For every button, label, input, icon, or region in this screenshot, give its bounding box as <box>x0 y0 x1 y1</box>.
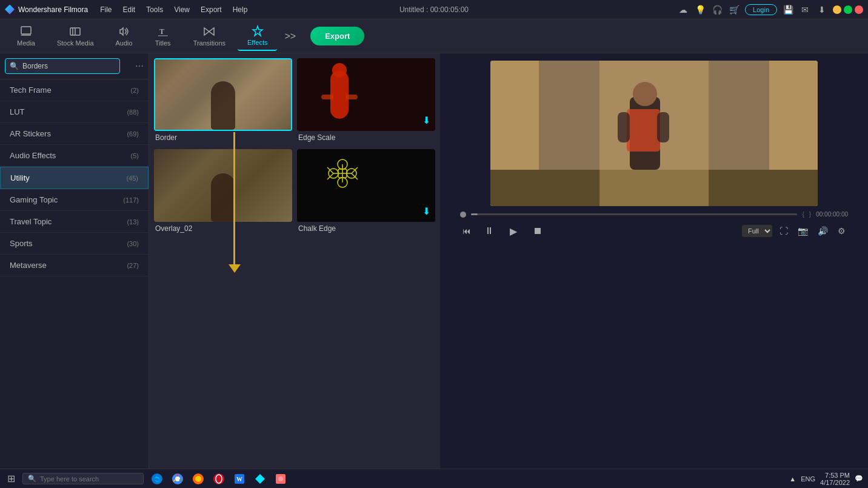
grid-view-icon[interactable]: ⋯ <box>135 61 144 71</box>
tool-media-label: Media <box>17 39 35 47</box>
taskbar-search-input[interactable] <box>40 475 137 483</box>
current-time: 00:00:00:00 <box>816 211 848 218</box>
chalk-edge-preview <box>297 149 435 222</box>
title-bar-right: ☁ 💡 🎧 🛒 Login 💾 ✉ ⬇ — □ × <box>677 4 863 16</box>
volume-button[interactable]: 🔊 <box>815 224 830 238</box>
firefox-icon <box>192 473 204 485</box>
preview-bg <box>490 61 818 206</box>
system-tray-chevron[interactable]: ▲ <box>789 475 796 483</box>
screenshot-button[interactable]: 📷 <box>795 224 810 238</box>
settings-button[interactable]: ⚙ <box>835 224 848 238</box>
category-gaming[interactable]: Gaming Topic (117) <box>0 189 149 211</box>
overlay-thumb-bg <box>154 149 292 222</box>
category-tech-frame[interactable]: Tech Frame (2) <box>0 79 149 101</box>
right-controls: Full 1/2 1/4 ⛶ 📷 🔊 ⚙ <box>742 224 848 238</box>
quality-select[interactable]: Full 1/2 1/4 <box>742 225 772 237</box>
svg-rect-34 <box>627 109 660 152</box>
overlay-person <box>211 173 235 222</box>
effects-content-panel: Border ⬇ Edge Scale <box>149 53 440 469</box>
app-name: Wondershare Filmora <box>18 5 88 14</box>
taskbar-app-filmora[interactable] <box>252 470 269 487</box>
window-title: Untitled : 00:00:05:00 <box>399 5 469 14</box>
taskbar-app-opera[interactable] <box>210 470 227 487</box>
media-icon <box>20 25 32 38</box>
export-button[interactable]: Export <box>310 27 364 45</box>
svg-point-37 <box>152 473 162 484</box>
login-button[interactable]: Login <box>745 4 777 15</box>
effect-edge-scale[interactable]: ⬇ Edge Scale <box>297 58 435 144</box>
taskbar-app-chrome[interactable] <box>169 470 186 487</box>
pause-button[interactable]: ⏸ <box>481 222 498 239</box>
taskbar-app-paint[interactable] <box>272 470 289 487</box>
bulb-icon[interactable]: 💡 <box>694 4 706 16</box>
category-lut[interactable]: LUT (88) <box>0 101 149 123</box>
tool-titles[interactable]: T Titles <box>145 22 181 50</box>
stop-button[interactable]: ⏹ <box>529 222 546 239</box>
svg-rect-36 <box>657 112 669 142</box>
tool-stock[interactable]: Stock Media <box>47 22 104 50</box>
save-icon[interactable]: 💾 <box>782 4 794 16</box>
category-ar-stickers[interactable]: AR Stickers (69) <box>0 123 149 145</box>
tool-titles-label: Titles <box>155 39 171 47</box>
search-icon: 🔍 <box>10 62 19 70</box>
cloud-icon[interactable]: ☁ <box>677 4 689 16</box>
category-audio-effects[interactable]: Audio Effects (5) <box>0 145 149 167</box>
drop-arrow-indicator <box>233 132 235 266</box>
shop-icon[interactable]: 🛒 <box>728 4 740 16</box>
effect-border-thumb <box>154 58 292 131</box>
tool-stock-label: Stock Media <box>57 39 94 47</box>
category-metaverse[interactable]: Metaverse (27) <box>0 255 149 276</box>
svg-rect-15 <box>297 149 435 222</box>
effect-chalk[interactable]: ⬇ Chalk Edge <box>297 149 435 235</box>
taskbar-apps: W <box>149 470 289 487</box>
minimize-button[interactable]: — <box>833 5 841 14</box>
download-icon[interactable]: ⬇ <box>816 4 828 16</box>
taskbar-time-display: 7:53 PM <box>820 472 850 479</box>
stock-icon <box>69 25 81 38</box>
word-icon: W <box>233 473 245 485</box>
progress-handle[interactable] <box>460 212 466 218</box>
effects-icon <box>252 25 264 37</box>
close-button[interactable]: × <box>855 5 863 14</box>
more-tools-button[interactable]: >> <box>279 28 301 44</box>
taskbar-app-edge[interactable] <box>149 470 165 487</box>
menu-help[interactable]: Help <box>228 3 253 16</box>
category-count: (2) <box>131 87 139 94</box>
windows-start-button[interactable]: ⊞ <box>5 470 18 487</box>
play-button[interactable]: ▶ <box>505 222 522 239</box>
menu-view[interactable]: View <box>169 3 195 16</box>
app-logo-icon <box>5 5 15 15</box>
taskbar-app-word[interactable]: W <box>231 470 248 487</box>
tool-transitions[interactable]: Transitions <box>184 22 235 50</box>
progress-track[interactable] <box>471 213 797 215</box>
category-count: (5) <box>131 152 139 159</box>
tool-effects[interactable]: Effects <box>238 21 277 51</box>
menu-edit[interactable]: Edit <box>118 3 141 16</box>
edge-scale-preview <box>297 58 435 131</box>
edge-icon <box>151 473 163 485</box>
fullscreen-button[interactable]: ⛶ <box>777 224 790 238</box>
category-label: Travel Topic <box>10 217 52 226</box>
mail-icon[interactable]: ✉ <box>799 4 811 16</box>
step-back-button[interactable]: ⏮ <box>460 224 473 238</box>
search-input[interactable] <box>5 58 120 74</box>
svg-point-39 <box>175 476 180 481</box>
taskbar-search[interactable]: 🔍 <box>22 473 144 484</box>
title-bar-left: Wondershare Filmora File Edit Tools View… <box>5 3 252 16</box>
category-travel[interactable]: Travel Topic (13) <box>0 211 149 233</box>
menu-tools[interactable]: Tools <box>141 3 168 16</box>
effect-overlay[interactable]: Overlay_02 <box>154 149 292 235</box>
notification-button[interactable]: 💬 <box>855 475 863 483</box>
menu-file[interactable]: File <box>95 3 116 16</box>
tool-audio[interactable]: Audio <box>106 22 142 50</box>
headset-icon[interactable]: 🎧 <box>711 4 723 16</box>
tool-media[interactable]: Media <box>7 22 45 50</box>
category-utility[interactable]: Utility (45) <box>0 167 149 189</box>
effect-border[interactable]: Border <box>154 58 292 144</box>
menu-export[interactable]: Export <box>196 3 227 16</box>
category-sports[interactable]: Sports (30) <box>0 233 149 255</box>
maximize-button[interactable]: □ <box>844 5 852 14</box>
main-area: 🔍 ⋯ Tech Frame (2) LUT (88) AR Stickers … <box>0 53 868 469</box>
taskbar-app-firefox[interactable] <box>190 470 207 487</box>
bracket-right: } <box>809 211 811 218</box>
